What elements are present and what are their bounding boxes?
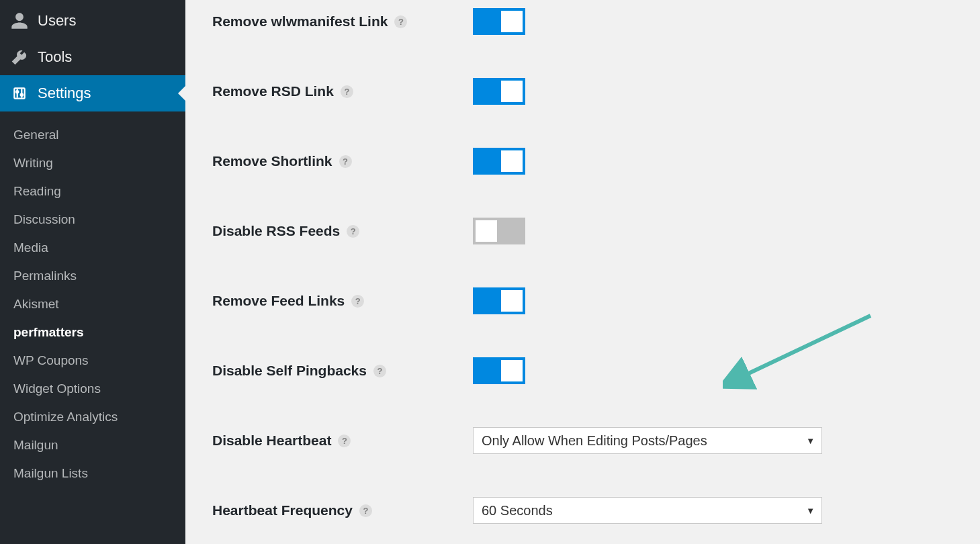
select-heartbeat-frequency[interactable]: 60 Seconds ▼ (473, 497, 822, 524)
sidebar-sub-widget-options[interactable]: Widget Options (0, 375, 185, 403)
setting-label: Remove Feed Links (212, 293, 345, 309)
setting-label: Disable Heartbeat (212, 433, 331, 449)
sidebar-sub-mailgun-lists[interactable]: Mailgun Lists (0, 459, 185, 488)
setting-row-self-pingbacks: Disable Self Pingbacks ? (212, 336, 953, 406)
help-icon[interactable]: ? (394, 15, 407, 28)
setting-row-shortlink: Remove Shortlink ? (212, 126, 953, 196)
sidebar-item-users[interactable]: Users (0, 3, 185, 39)
setting-label: Remove Shortlink (212, 153, 332, 169)
user-icon (9, 11, 30, 31)
setting-row-disable-heartbeat: Disable Heartbeat ? Only Allow When Edit… (212, 406, 953, 475)
toggle-shortlink[interactable] (473, 148, 525, 175)
toggle-feed-links[interactable] (473, 287, 525, 314)
select-disable-heartbeat[interactable]: Only Allow When Editing Posts/Pages ▼ (473, 427, 822, 454)
chevron-down-icon: ▼ (806, 506, 815, 516)
setting-row-wlwmanifest: Remove wlwmanifest Link ? (212, 0, 953, 56)
admin-sidebar: Users Tools Settings General Writing Rea… (0, 0, 185, 544)
sidebar-sub-wpcoupons[interactable]: WP Coupons (0, 347, 185, 375)
chevron-down-icon: ▼ (806, 436, 815, 446)
toggle-knob (501, 81, 523, 102)
setting-label: Remove RSD Link (212, 83, 334, 99)
sidebar-sub-discussion[interactable]: Discussion (0, 206, 185, 234)
sidebar-item-label: Tools (38, 48, 72, 66)
toggle-rss[interactable] (473, 218, 525, 244)
toggle-knob (476, 220, 497, 242)
sidebar-sub-perfmatters[interactable]: perfmatters (0, 318, 185, 347)
setting-row-rsd: Remove RSD Link ? (212, 56, 953, 126)
sidebar-sub-mailgun[interactable]: Mailgun (0, 431, 185, 459)
help-icon[interactable]: ? (359, 504, 372, 517)
sidebar-item-label: Users (38, 12, 76, 30)
toggle-rsd[interactable] (473, 78, 525, 105)
sidebar-item-tools[interactable]: Tools (0, 39, 185, 75)
select-value: Only Allow When Editing Posts/Pages (482, 433, 707, 449)
setting-row-feed-links: Remove Feed Links ? (212, 266, 953, 336)
setting-label: Disable RSS Feeds (212, 223, 340, 239)
wrench-icon (9, 47, 30, 67)
sliders-icon (9, 83, 30, 103)
sidebar-item-label: Settings (38, 85, 91, 102)
setting-label: Disable Self Pingbacks (212, 363, 367, 379)
setting-row-heartbeat-frequency: Heartbeat Frequency ? 60 Seconds ▼ (212, 475, 953, 544)
setting-label: Heartbeat Frequency (212, 502, 353, 518)
sidebar-sub-general[interactable]: General (0, 121, 185, 149)
svg-point-4 (21, 94, 23, 96)
select-value: 60 Seconds (482, 503, 553, 518)
toggle-self-pingbacks[interactable] (473, 357, 525, 384)
toggle-wlwmanifest[interactable] (473, 8, 525, 35)
help-icon[interactable]: ? (339, 155, 352, 168)
help-icon[interactable]: ? (351, 295, 364, 308)
toggle-knob (501, 11, 523, 32)
sidebar-submenu: General Writing Reading Discussion Media… (0, 111, 185, 493)
svg-rect-0 (14, 88, 24, 98)
setting-label: Remove wlwmanifest Link (212, 13, 388, 30)
sidebar-sub-media[interactable]: Media (0, 234, 185, 262)
sidebar-sub-akismet[interactable]: Akismet (0, 290, 185, 318)
toggle-knob (501, 150, 523, 172)
sidebar-sub-reading[interactable]: Reading (0, 177, 185, 206)
help-icon[interactable]: ? (373, 365, 386, 377)
help-icon[interactable]: ? (341, 85, 353, 98)
sidebar-item-settings[interactable]: Settings (0, 75, 185, 111)
svg-point-3 (16, 91, 18, 93)
settings-panel: Remove wlwmanifest Link ? Remove RSD Lin… (185, 0, 980, 544)
sidebar-sub-writing[interactable]: Writing (0, 149, 185, 177)
setting-row-rss: Disable RSS Feeds ? (212, 196, 953, 266)
sidebar-sub-permalinks[interactable]: Permalinks (0, 262, 185, 290)
help-icon[interactable]: ? (338, 435, 351, 447)
sidebar-sub-optimize-analytics[interactable]: Optimize Analytics (0, 403, 185, 431)
help-icon[interactable]: ? (347, 225, 359, 238)
toggle-knob (501, 360, 523, 381)
toggle-knob (501, 290, 523, 312)
